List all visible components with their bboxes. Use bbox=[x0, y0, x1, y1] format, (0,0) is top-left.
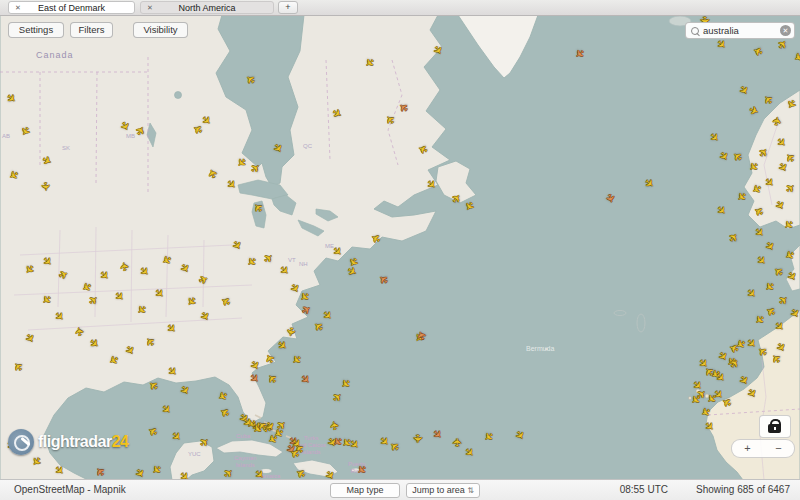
aircraft-icon[interactable]: ✈ bbox=[229, 239, 245, 255]
add-tab-button[interactable]: + bbox=[278, 1, 298, 14]
aircraft-icon[interactable]: ✈ bbox=[642, 177, 659, 194]
aircraft-icon[interactable]: ✈ bbox=[10, 357, 27, 374]
aircraft-icon[interactable]: ✈ bbox=[97, 269, 114, 286]
aircraft-icon[interactable]: ✈ bbox=[772, 320, 789, 337]
aircraft-icon[interactable]: ✈ bbox=[224, 178, 241, 195]
aircraft-icon[interactable]: ✈ bbox=[38, 181, 51, 194]
aircraft-icon[interactable]: ✈ bbox=[762, 176, 779, 193]
aircraft-icon[interactable]: ✈ bbox=[411, 434, 423, 446]
aircraft-icon[interactable]: ✈ bbox=[512, 429, 528, 445]
aircraft-icon[interactable]: ✈ bbox=[118, 258, 132, 272]
map-canvas[interactable]: CanadaABSKMBQCMENHVTYUCBermudaCubaCayman… bbox=[0, 15, 800, 480]
aircraft-icon[interactable]: ✈ bbox=[104, 352, 120, 368]
filters-button[interactable]: Filters bbox=[70, 22, 113, 38]
aircraft-icon[interactable]: ✈ bbox=[479, 429, 496, 446]
aircraft-icon[interactable]: ✈ bbox=[744, 159, 761, 176]
aircraft-icon[interactable]: ✈ bbox=[164, 322, 181, 339]
aircraft-icon[interactable]: ✈ bbox=[37, 292, 54, 309]
aircraft-icon[interactable]: ✈ bbox=[782, 97, 798, 113]
aircraft-icon[interactable]: ✈ bbox=[250, 198, 267, 215]
aircraft-icon[interactable]: ✈ bbox=[222, 465, 239, 480]
aircraft-icon[interactable]: ✈ bbox=[197, 310, 213, 326]
aircraft-icon[interactable]: ✈ bbox=[430, 44, 446, 60]
aircraft-icon[interactable]: ✈ bbox=[182, 294, 199, 311]
aircraft-icon[interactable]: ✈ bbox=[424, 178, 441, 195]
aircraft-icon[interactable]: ✈ bbox=[744, 287, 761, 304]
aircraft-icon[interactable]: ✈ bbox=[264, 369, 281, 386]
aircraft-icon[interactable]: ✈ bbox=[242, 254, 259, 271]
aircraft-icon[interactable]: ✈ bbox=[232, 155, 249, 172]
aircraft-icon[interactable]: ✈ bbox=[4, 167, 20, 183]
aircraft-icon[interactable]: ✈ bbox=[603, 193, 618, 208]
aircraft-icon[interactable]: ✈ bbox=[772, 199, 788, 215]
zoom-out-button[interactable]: − bbox=[763, 440, 794, 457]
aircraft-icon[interactable]: ✈ bbox=[217, 292, 233, 308]
aircraft-icon[interactable]: ✈ bbox=[714, 204, 731, 221]
aircraft-icon[interactable]: ✈ bbox=[752, 226, 769, 243]
aircraft-icon[interactable]: ✈ bbox=[300, 302, 316, 318]
aircraft-icon[interactable]: ✈ bbox=[165, 365, 182, 382]
aircraft-icon[interactable]: ✈ bbox=[292, 464, 308, 480]
aircraft-icon[interactable]: ✈ bbox=[736, 84, 752, 100]
aircraft-icon[interactable]: ✈ bbox=[789, 49, 800, 65]
aircraft-icon[interactable]: ✈ bbox=[729, 147, 746, 164]
map-type-button[interactable]: Map type bbox=[330, 483, 400, 498]
aircraft-icon[interactable]: ✈ bbox=[744, 387, 760, 403]
aircraft-icon[interactable]: ✈ bbox=[707, 131, 724, 148]
aircraft-icon[interactable]: ✈ bbox=[27, 454, 44, 471]
aircraft-icon[interactable]: ✈ bbox=[287, 352, 304, 369]
aircraft-icon[interactable]: ✈ bbox=[283, 326, 297, 340]
aircraft-icon[interactable]: ✈ bbox=[197, 272, 212, 287]
aircraft-icon[interactable]: ✈ bbox=[360, 55, 377, 72]
close-tab-icon[interactable]: ✕ bbox=[147, 2, 153, 14]
aircraft-icon[interactable]: ✈ bbox=[787, 307, 800, 323]
aircraft-icon[interactable]: ✈ bbox=[570, 46, 587, 63]
aircraft-icon[interactable]: ✈ bbox=[22, 332, 38, 348]
tab-east-of-denmark[interactable]: ✕ East of Denmark bbox=[8, 1, 135, 14]
aircraft-icon[interactable]: ✈ bbox=[205, 164, 220, 179]
aircraft-icon[interactable]: ✈ bbox=[330, 245, 347, 262]
aircraft-icon[interactable]: ✈ bbox=[73, 323, 87, 337]
search-input[interactable] bbox=[699, 25, 780, 36]
aircraft-icon[interactable]: ✈ bbox=[198, 434, 215, 451]
aircraft-icon[interactable]: ✈ bbox=[275, 339, 292, 356]
aircraft-icon[interactable]: ✈ bbox=[52, 464, 69, 480]
aircraft-icon[interactable]: ✈ bbox=[262, 250, 279, 267]
aircraft-icon[interactable]: ✈ bbox=[52, 310, 69, 327]
aircraft-icon[interactable]: ✈ bbox=[762, 302, 778, 318]
aircraft-icon[interactable]: ✈ bbox=[779, 217, 796, 234]
aircraft-icon[interactable]: ✈ bbox=[732, 189, 749, 206]
lock-button[interactable] bbox=[759, 415, 791, 438]
aircraft-icon[interactable]: ✈ bbox=[249, 160, 266, 177]
aircraft-icon[interactable]: ✈ bbox=[395, 98, 412, 115]
aircraft-icon[interactable]: ✈ bbox=[57, 267, 72, 282]
aircraft-icon[interactable]: ✈ bbox=[92, 462, 109, 479]
aircraft-icon[interactable]: ✈ bbox=[117, 120, 133, 136]
close-tab-icon[interactable]: ✕ bbox=[15, 2, 21, 14]
aircraft-icon[interactable]: ✈ bbox=[262, 349, 278, 365]
aircraft-icon[interactable]: ✈ bbox=[760, 279, 777, 296]
aircraft-icon[interactable]: ✈ bbox=[177, 384, 193, 400]
aircraft-icon[interactable]: ✈ bbox=[750, 202, 766, 218]
aircraft-icon[interactable]: ✈ bbox=[87, 292, 104, 309]
aircraft-icon[interactable]: ✈ bbox=[112, 290, 129, 307]
aircraft-icon[interactable]: ✈ bbox=[134, 122, 150, 138]
aircraft-icon[interactable]: ✈ bbox=[145, 376, 162, 393]
tab-north-america[interactable]: ✕ North America bbox=[140, 1, 274, 14]
aircraft-icon[interactable]: ✈ bbox=[747, 104, 762, 119]
aircraft-icon[interactable]: ✈ bbox=[714, 38, 731, 55]
aircraft-icon[interactable]: ✈ bbox=[331, 389, 348, 406]
aircraft-icon[interactable]: ✈ bbox=[430, 428, 447, 445]
clear-search-icon[interactable]: ✕ bbox=[780, 25, 791, 36]
search-box[interactable]: ✕ bbox=[685, 22, 795, 39]
aircraft-icon[interactable]: ✈ bbox=[780, 247, 796, 263]
aircraft-icon[interactable]: ✈ bbox=[132, 302, 149, 319]
aircraft-icon[interactable]: ✈ bbox=[462, 446, 479, 463]
aircraft-icon[interactable]: ✈ bbox=[16, 124, 32, 140]
aircraft-icon[interactable]: ✈ bbox=[760, 90, 777, 107]
aircraft-icon[interactable]: ✈ bbox=[87, 337, 104, 354]
aircraft-icon[interactable]: ✈ bbox=[749, 42, 764, 57]
aircraft-icon[interactable]: ✈ bbox=[298, 373, 315, 390]
aircraft-icon[interactable]: ✈ bbox=[777, 292, 794, 309]
aircraft-icon[interactable]: ✈ bbox=[122, 344, 138, 360]
